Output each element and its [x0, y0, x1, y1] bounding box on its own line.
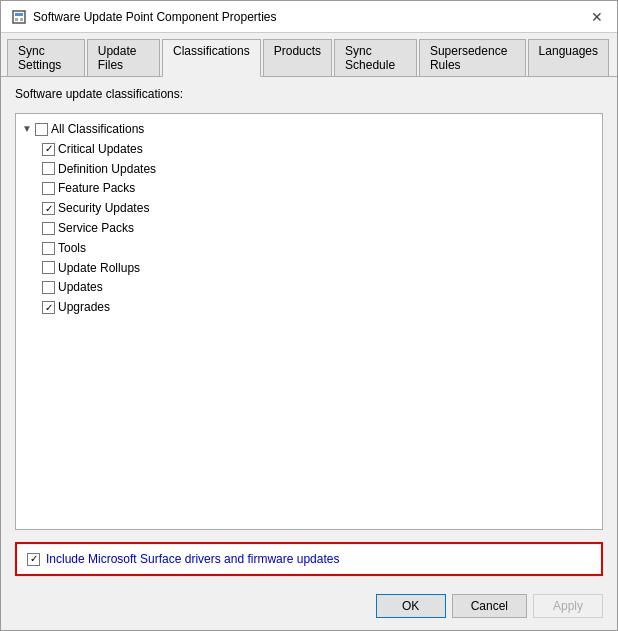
label-security-updates: Security Updates [58, 200, 149, 217]
label-definition-updates: Definition Updates [58, 161, 156, 178]
ok-button[interactable]: OK [376, 594, 446, 618]
checkbox-feature-packs[interactable] [42, 182, 55, 195]
tree-item-critical-updates: Critical Updates [42, 140, 596, 159]
tab-sync-settings[interactable]: Sync Settings [7, 39, 85, 76]
svg-rect-2 [15, 18, 18, 21]
tree-item-update-rollups: Update Rollups [42, 259, 596, 278]
tree-root: ▼ All Classifications Critical Updates D… [22, 120, 596, 317]
expand-icon[interactable]: ▼ [22, 122, 32, 136]
tree-item-service-packs: Service Packs [42, 219, 596, 238]
include-surface-label: Include Microsoft Surface drivers and fi… [46, 552, 339, 566]
svg-rect-3 [20, 18, 23, 21]
tree-item-feature-packs: Feature Packs [42, 179, 596, 198]
svg-rect-0 [13, 11, 25, 23]
label-feature-packs: Feature Packs [58, 180, 135, 197]
title-bar: Software Update Point Component Properti… [1, 1, 617, 33]
checkbox-update-rollups[interactable] [42, 261, 55, 274]
include-surface-text-blue: and firmware updates [224, 552, 339, 566]
label-updates: Updates [58, 279, 103, 296]
button-bar: OK Cancel Apply [1, 586, 617, 630]
tabs-bar: Sync Settings Update Files Classificatio… [1, 33, 617, 77]
tab-languages[interactable]: Languages [528, 39, 609, 76]
window-icon [11, 9, 27, 25]
label-critical-updates: Critical Updates [58, 141, 143, 158]
window-title: Software Update Point Component Properti… [33, 10, 276, 24]
svg-rect-1 [15, 13, 23, 16]
content-area: Software update classifications: ▼ All C… [1, 77, 617, 586]
checkbox-definition-updates[interactable] [42, 162, 55, 175]
checkbox-service-packs[interactable] [42, 222, 55, 235]
tab-classifications[interactable]: Classifications [162, 39, 261, 77]
label-all-classifications: All Classifications [51, 121, 144, 138]
cancel-button[interactable]: Cancel [452, 594, 527, 618]
tab-sync-schedule[interactable]: Sync Schedule [334, 39, 417, 76]
tree-item-root: ▼ All Classifications [22, 120, 596, 139]
tree-item-tools: Tools [42, 239, 596, 258]
label-service-packs: Service Packs [58, 220, 134, 237]
apply-button[interactable]: Apply [533, 594, 603, 618]
tree-item-upgrades: Upgrades [42, 298, 596, 317]
tree-item-security-updates: Security Updates [42, 199, 596, 218]
checkbox-security-updates[interactable] [42, 202, 55, 215]
checkbox-include-surface[interactable] [27, 553, 40, 566]
section-label: Software update classifications: [15, 87, 603, 101]
label-upgrades: Upgrades [58, 299, 110, 316]
checkbox-tools[interactable] [42, 242, 55, 255]
checkbox-critical-updates[interactable] [42, 143, 55, 156]
tab-products[interactable]: Products [263, 39, 332, 76]
title-bar-left: Software Update Point Component Properti… [11, 9, 276, 25]
label-update-rollups: Update Rollups [58, 260, 140, 277]
tab-update-files[interactable]: Update Files [87, 39, 160, 76]
tab-supersedence-rules[interactable]: Supersedence Rules [419, 39, 526, 76]
close-button[interactable]: ✕ [587, 7, 607, 27]
tree-item-updates: Updates [42, 278, 596, 297]
label-tools: Tools [58, 240, 86, 257]
checkbox-all-classifications[interactable] [35, 123, 48, 136]
checkbox-updates[interactable] [42, 281, 55, 294]
tree-container: ▼ All Classifications Critical Updates D… [15, 113, 603, 530]
include-surface-text-normal: Include Microsoft Surface drivers [46, 552, 224, 566]
main-window: Software Update Point Component Properti… [0, 0, 618, 631]
checkbox-upgrades[interactable] [42, 301, 55, 314]
tree-item-definition-updates: Definition Updates [42, 160, 596, 179]
include-surface-section: Include Microsoft Surface drivers and fi… [15, 542, 603, 576]
